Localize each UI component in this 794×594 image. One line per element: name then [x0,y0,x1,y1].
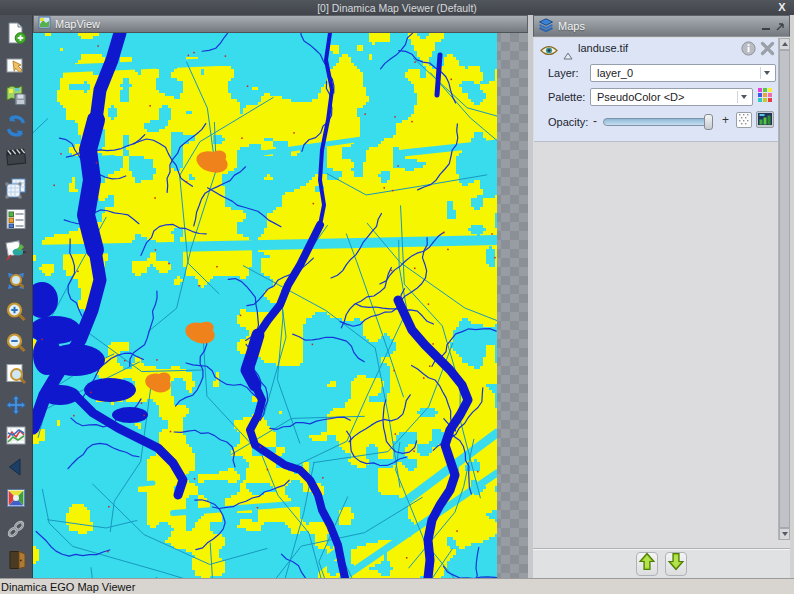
back-button[interactable] [3,454,29,479]
zoom-full-extent-icon [4,269,28,293]
map-canvas-area [33,33,528,578]
pan-icon [4,393,28,417]
maps-panel: Maps landuse.tif Layer: layer_0 [533,15,790,578]
pan-button[interactable] [3,392,29,417]
zoom-out-button[interactable] [3,330,29,355]
animation-button[interactable] [3,144,29,169]
collapse-triangle-icon[interactable] [563,46,573,64]
opacity-slider-handle[interactable] [704,114,713,130]
window-right-border [790,15,794,578]
layer-card: landuse.tif Layer: layer_0 Palette: Pseu… [534,38,778,142]
chevron-down-icon[interactable] [760,67,773,79]
layer-combobox[interactable]: layer_0 [590,64,776,82]
legend-icon [4,207,28,231]
opacity-label: Opacity: [548,116,588,128]
window-close-icon[interactable]: X [775,0,789,14]
left-toolbar [0,15,33,578]
zoom-out-icon [4,331,28,355]
maps-header[interactable]: Maps [533,15,790,37]
edit-palette-icon [4,486,28,510]
exit-button[interactable] [3,547,29,572]
palette-combobox[interactable]: PseudoColor <D> [590,88,753,106]
pick-info-button[interactable] [3,237,29,262]
opacity-minus[interactable]: - [593,114,597,128]
statusbar: Dinamica EGO Map Viewer [0,578,794,594]
eye-icon[interactable] [540,43,558,61]
up-green-arrow-icon [638,552,656,575]
mapview-header[interactable]: MapView [33,15,528,33]
dither-button[interactable] [736,112,752,128]
maps-bottom-bar [533,548,790,578]
image-preview-button[interactable] [756,111,774,128]
window-titlebar[interactable]: [0] Dinamica Map Viewer (Default) X [0,0,794,15]
dither-pattern-icon [738,111,750,129]
layers-icon [538,17,554,36]
layer-filename: landuse.tif [578,42,628,54]
mapview-panel: MapView [33,15,528,578]
link-views-icon [4,517,28,541]
palette-label: Palette: [548,91,585,103]
zoom-region-button[interactable] [3,361,29,386]
new-map-view-icon [4,21,28,45]
edit-palette-button[interactable] [3,485,29,510]
open-map-icon [4,52,28,76]
app-window: [0] Dinamica Map Viewer (Default) X [0,0,794,594]
zoom-in-button[interactable] [3,299,29,324]
move-layer-up-button[interactable] [636,552,658,576]
profile-chart-button[interactable] [3,423,29,448]
opacity-slider-track[interactable] [603,118,710,126]
animation-icon [4,145,28,169]
map-raster[interactable] [33,33,497,578]
profile-chart-icon [4,424,28,448]
scroll-up-icon[interactable] [779,38,790,50]
float-icon[interactable] [776,17,785,35]
refresh-icon [4,114,28,138]
minimize-icon[interactable] [762,17,771,35]
back-icon [4,455,28,479]
save-map-button[interactable] [3,82,29,107]
remove-layer-icon[interactable] [760,41,775,60]
refresh-button[interactable] [3,113,29,138]
zoom-region-icon [4,362,28,386]
statusbar-text: Dinamica EGO Map Viewer [1,581,135,593]
info-icon[interactable] [741,41,756,60]
zoom-in-icon [4,300,28,324]
color-grid-icon[interactable] [758,88,773,107]
maps-scrollbar[interactable] [778,38,789,540]
window-title: [0] Dinamica Map Viewer (Default) [317,2,477,14]
move-layer-down-button[interactable] [665,552,687,576]
chevron-down-icon[interactable] [737,91,750,103]
copy-region-icon [4,176,28,200]
layer-label: Layer: [548,67,579,79]
maps-title: Maps [558,20,585,32]
pick-info-icon [4,238,28,262]
copy-region-button[interactable] [3,175,29,200]
mapview-title: MapView [55,18,100,30]
new-map-view-button[interactable] [3,20,29,45]
legend-button[interactable] [3,206,29,231]
link-views-button[interactable] [3,516,29,541]
image-preview-icon [758,111,772,129]
scroll-down-icon[interactable] [779,528,790,540]
palette-combobox-value: PseudoColor <D> [597,91,684,103]
zoom-full-extent-button[interactable] [3,268,29,293]
scrollbar-thumb[interactable] [779,50,790,528]
exit-icon [4,548,28,572]
layer-combobox-value: layer_0 [597,67,633,79]
save-map-icon [4,83,28,107]
opacity-plus[interactable]: + [722,113,729,127]
down-green-arrow-icon [667,552,685,575]
open-map-button[interactable] [3,51,29,76]
mapview-header-icon [38,15,51,33]
